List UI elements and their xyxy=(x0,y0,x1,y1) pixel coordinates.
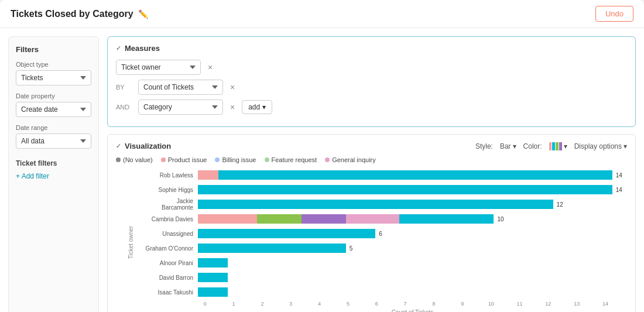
object-type-select[interactable]: Tickets xyxy=(16,70,91,85)
main-content: Filters Object type Tickets Date propert… xyxy=(0,28,644,312)
date-range-select[interactable]: All data xyxy=(16,133,91,149)
bar-value: 12 xyxy=(557,201,563,208)
chart-area: Ticket owner Rob Lawless14Sophie Higgs14… xyxy=(116,169,627,312)
color-label: Color: xyxy=(523,142,542,150)
x-tick: 2 xyxy=(255,301,269,307)
table-row: David Barron xyxy=(145,272,627,283)
legend-label: (No value) xyxy=(123,156,153,163)
x-tick xyxy=(527,301,541,307)
bar-fill xyxy=(198,258,228,268)
x-tick xyxy=(441,301,455,307)
date-property-select[interactable]: Create date xyxy=(16,102,91,117)
category-select[interactable]: Category xyxy=(138,100,223,115)
table-row: Cambria Davies10 xyxy=(145,213,627,225)
x-tick xyxy=(355,301,369,307)
legend-item: Billing issue xyxy=(215,156,256,163)
x-tick: 12 xyxy=(541,301,555,307)
undo-button[interactable]: Undo xyxy=(595,6,633,22)
table-row: Rob Lawless14 xyxy=(145,169,627,181)
measures-chevron-icon: ✓ xyxy=(116,44,121,52)
legend-label: General inquiry xyxy=(332,156,376,163)
x-tick: 13 xyxy=(570,301,584,307)
header-title-row: Tickets Closed by Category ✏️ xyxy=(11,9,148,19)
bar-fill xyxy=(198,287,228,297)
bar-track: 6 xyxy=(198,229,627,238)
x-tick xyxy=(383,301,398,307)
y-axis-label: Ticket owner xyxy=(128,226,134,259)
x-tick: 14 xyxy=(598,301,612,307)
bar-segment xyxy=(399,214,494,224)
remove-category-button[interactable]: × xyxy=(228,102,237,112)
page-title: Tickets Closed by Category xyxy=(11,9,133,19)
bar-fill xyxy=(198,185,612,194)
x-tick xyxy=(584,301,598,307)
add-button[interactable]: add ▾ xyxy=(242,100,272,114)
bar-label: Graham O'Connor xyxy=(145,245,198,252)
bar-value: 5 xyxy=(350,245,353,252)
bar-track: 14 xyxy=(198,170,627,180)
x-tick xyxy=(470,301,484,307)
style-button[interactable]: Bar ▾ xyxy=(500,142,516,150)
visualization-title: Visualization xyxy=(125,142,171,150)
and-label: AND xyxy=(116,104,133,111)
bar-value: 14 xyxy=(616,187,622,193)
table-row: Isaac Takushi xyxy=(145,286,627,298)
bar-fill xyxy=(198,273,228,282)
x-axis-ticks: 01234567891011121314 xyxy=(198,301,627,307)
bar-value: 10 xyxy=(498,216,504,222)
x-tick: 0 xyxy=(198,301,212,307)
legend-label: Product issue xyxy=(168,156,207,163)
legend-label: Feature request xyxy=(272,156,317,163)
bar-track xyxy=(198,273,627,282)
bar-fill xyxy=(198,214,494,224)
filters-title: Filters xyxy=(16,45,91,54)
measures-row1: Ticket owner × xyxy=(116,60,627,75)
add-filter-button[interactable]: + Add filter xyxy=(16,172,49,180)
x-tick xyxy=(612,301,626,307)
remove-ticket-owner-button[interactable]: × xyxy=(205,62,215,73)
legend-item: Feature request xyxy=(265,156,317,163)
bar-label: Alnoor Pirani xyxy=(145,260,198,266)
table-row: Sophie Higgs14 xyxy=(145,184,627,196)
table-row: Unassigned6 xyxy=(145,228,627,239)
viz-header: ✓ Visualization Style: Bar ▾ Color: xyxy=(116,142,627,150)
bar-fill xyxy=(198,170,612,180)
bar-segment xyxy=(198,200,553,209)
bar-segment xyxy=(198,273,228,282)
style-chevron-icon: ▾ xyxy=(513,142,516,150)
legend-dot xyxy=(325,157,330,162)
color-button[interactable]: ▾ xyxy=(549,142,567,150)
viz-header-right: Style: Bar ▾ Color: xyxy=(475,142,627,150)
display-options-button[interactable]: Display options ▾ xyxy=(574,142,627,150)
by-label: BY xyxy=(116,84,133,91)
bar-label: Unassigned xyxy=(145,231,198,237)
remove-count-button[interactable]: × xyxy=(228,82,237,92)
x-tick: 9 xyxy=(455,301,470,307)
x-tick xyxy=(269,301,283,307)
measures-section: ✓ Measures Ticket owner × BY Count of Ti… xyxy=(107,36,636,127)
bar-track: 5 xyxy=(198,244,627,253)
x-tick xyxy=(498,301,512,307)
object-type-label: Object type xyxy=(16,61,91,68)
edit-icon[interactable]: ✏️ xyxy=(138,9,148,19)
chart-wrapper: Rob Lawless14Sophie Higgs14Jackie Barcam… xyxy=(145,169,627,298)
color-swatch xyxy=(549,142,562,150)
legend-item: (No value) xyxy=(116,156,153,163)
x-tick: 11 xyxy=(512,301,526,307)
bar-fill xyxy=(198,244,346,253)
x-tick: 4 xyxy=(312,301,326,307)
bar-track: 12 xyxy=(198,200,627,209)
date-range-label: Date range xyxy=(16,124,91,131)
bar-value: 6 xyxy=(379,231,382,237)
bar-track: 10 xyxy=(198,214,627,224)
bar-segment xyxy=(257,214,302,224)
measures-title: Measures xyxy=(125,44,160,53)
date-property-label: Date property xyxy=(16,92,91,100)
count-tickets-select[interactable]: Count of Tickets xyxy=(138,80,223,95)
bar-label: Sophie Higgs xyxy=(145,187,198,193)
measures-header: ✓ Measures xyxy=(116,44,627,53)
ticket-owner-select[interactable]: Ticket owner xyxy=(116,60,201,75)
main-container: Tickets Closed by Category ✏️ Undo Filte… xyxy=(0,0,644,312)
ticket-filters-title: Ticket filters xyxy=(16,159,91,167)
bar-track xyxy=(198,258,627,268)
